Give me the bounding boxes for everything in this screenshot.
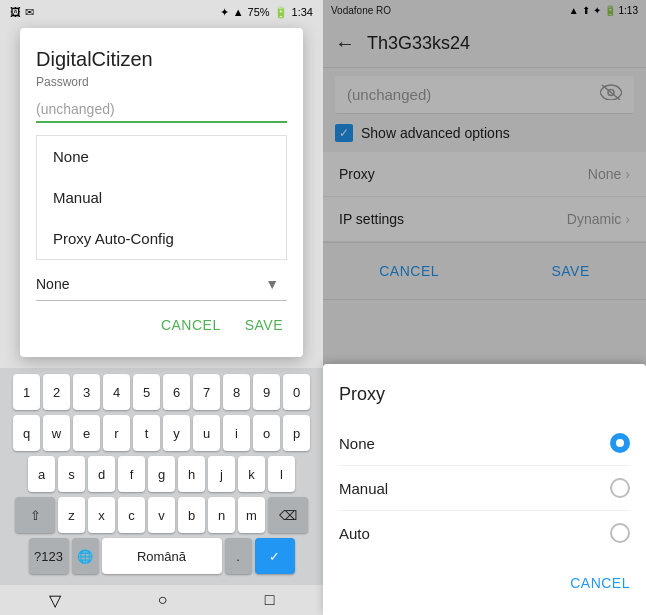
bluetooth-icon: ✦ (220, 6, 229, 19)
left-panel: 🖼 ✉ ✦ ▲ 75% 🔋 1:34 DigitalCitizen Passwo… (0, 0, 323, 615)
proxy-dropdown-list: None Manual Proxy Auto-Config (36, 135, 287, 260)
key-w[interactable]: w (43, 415, 70, 451)
proxy-option-none[interactable]: None (339, 421, 630, 466)
key-x[interactable]: x (88, 497, 115, 533)
keyboard-row-bottom: ?123 🌐 Română . ✓ (2, 538, 321, 574)
dialog-subtitle: Password (36, 75, 287, 89)
proxy-auto-radio[interactable] (610, 523, 630, 543)
key-r[interactable]: r (103, 415, 130, 451)
key-k[interactable]: k (238, 456, 265, 492)
status-bar-left: 🖼 ✉ ✦ ▲ 75% 🔋 1:34 (0, 0, 323, 24)
key-a[interactable]: a (28, 456, 55, 492)
radio-inner-none (616, 439, 624, 447)
key-0[interactable]: 0 (283, 374, 310, 410)
keyboard-row-asdf: a s d f g h j k l (2, 456, 321, 492)
wifi-icon: ▲ (233, 6, 244, 18)
key-period[interactable]: . (225, 538, 252, 574)
proxy-none-radio[interactable] (610, 433, 630, 453)
password-input-left[interactable]: (unchanged) (36, 97, 287, 123)
key-i[interactable]: i (223, 415, 250, 451)
key-o[interactable]: o (253, 415, 280, 451)
key-t[interactable]: t (133, 415, 160, 451)
proxy-selected-value: None (36, 276, 69, 292)
key-2[interactable]: 2 (43, 374, 70, 410)
proxy-manual-label: Manual (339, 480, 388, 497)
keyboard-row-zxcv: ⇧ z x c v b n m ⌫ (2, 497, 321, 533)
key-y[interactable]: y (163, 415, 190, 451)
proxy-dialog-title: Proxy (339, 384, 630, 405)
status-right-info: ✦ ▲ 75% 🔋 1:34 (220, 6, 313, 19)
key-m[interactable]: m (238, 497, 265, 533)
dialog-title: DigitalCitizen (36, 48, 287, 71)
time-left: 1:34 (292, 6, 313, 18)
nav-bar-left: ▽ ○ □ (0, 585, 323, 615)
key-globe[interactable]: 🌐 (72, 538, 99, 574)
key-d[interactable]: d (88, 456, 115, 492)
proxy-selected-row[interactable]: None ▼ (36, 268, 287, 301)
key-9[interactable]: 9 (253, 374, 280, 410)
key-h[interactable]: h (178, 456, 205, 492)
key-u[interactable]: u (193, 415, 220, 451)
proxy-manual-radio[interactable] (610, 478, 630, 498)
key-v[interactable]: v (148, 497, 175, 533)
keyboard: 1 2 3 4 5 6 7 8 9 0 q w e r t y u i o p … (0, 368, 323, 585)
key-e[interactable]: e (73, 415, 100, 451)
key-q[interactable]: q (13, 415, 40, 451)
proxy-option-manual[interactable]: Manual (339, 466, 630, 511)
key-7[interactable]: 7 (193, 374, 220, 410)
nav-home-left[interactable]: ○ (158, 591, 168, 609)
dropdown-item-manual[interactable]: Manual (37, 177, 286, 218)
key-shift[interactable]: ⇧ (15, 497, 55, 533)
key-3[interactable]: 3 (73, 374, 100, 410)
screenshot-icon: 🖼 (10, 6, 21, 18)
chevron-down-icon: ▼ (265, 276, 279, 292)
key-5[interactable]: 5 (133, 374, 160, 410)
nav-recent-left[interactable]: □ (265, 591, 275, 609)
key-l[interactable]: l (268, 456, 295, 492)
key-space[interactable]: Română (102, 538, 222, 574)
key-f[interactable]: f (118, 456, 145, 492)
cancel-button-left[interactable]: CANCEL (157, 309, 225, 341)
nav-back-left[interactable]: ▽ (49, 591, 61, 610)
dialog-actions: CANCEL SAVE (36, 309, 287, 341)
key-n[interactable]: n (208, 497, 235, 533)
proxy-cancel-button[interactable]: CANCEL (570, 567, 630, 599)
right-panel: Vodafone RO ▲ ⬆ ✦ 🔋 1:13 ← Th3G33ks24 ✓ … (323, 0, 646, 615)
wifi-dialog: DigitalCitizen Password (unchanged) None… (20, 28, 303, 357)
save-button-left[interactable]: SAVE (241, 309, 287, 341)
message-icon: ✉ (25, 6, 34, 19)
proxy-cancel-row: CANCEL (339, 567, 630, 599)
key-g[interactable]: g (148, 456, 175, 492)
dropdown-item-proxy-auto[interactable]: Proxy Auto-Config (37, 218, 286, 259)
key-b[interactable]: b (178, 497, 205, 533)
key-symbols[interactable]: ?123 (29, 538, 69, 574)
proxy-dialog-overlay: Proxy None Manual Auto CANCEL (323, 0, 646, 615)
key-6[interactable]: 6 (163, 374, 190, 410)
proxy-dialog: Proxy None Manual Auto CANCEL (323, 364, 646, 615)
proxy-auto-label: Auto (339, 525, 370, 542)
proxy-option-auto[interactable]: Auto (339, 511, 630, 555)
key-p[interactable]: p (283, 415, 310, 451)
dropdown-item-none[interactable]: None (37, 136, 286, 177)
key-s[interactable]: s (58, 456, 85, 492)
keyboard-row-numbers: 1 2 3 4 5 6 7 8 9 0 (2, 374, 321, 410)
status-left-icons: 🖼 ✉ (10, 6, 34, 19)
key-8[interactable]: 8 (223, 374, 250, 410)
key-backspace[interactable]: ⌫ (268, 497, 308, 533)
proxy-none-label: None (339, 435, 375, 452)
key-c[interactable]: c (118, 497, 145, 533)
key-4[interactable]: 4 (103, 374, 130, 410)
battery-level: 75% (248, 6, 270, 18)
battery-icon: 🔋 (274, 6, 288, 19)
keyboard-row-qwerty: q w e r t y u i o p (2, 415, 321, 451)
key-j[interactable]: j (208, 456, 235, 492)
key-z[interactable]: z (58, 497, 85, 533)
key-1[interactable]: 1 (13, 374, 40, 410)
key-enter[interactable]: ✓ (255, 538, 295, 574)
